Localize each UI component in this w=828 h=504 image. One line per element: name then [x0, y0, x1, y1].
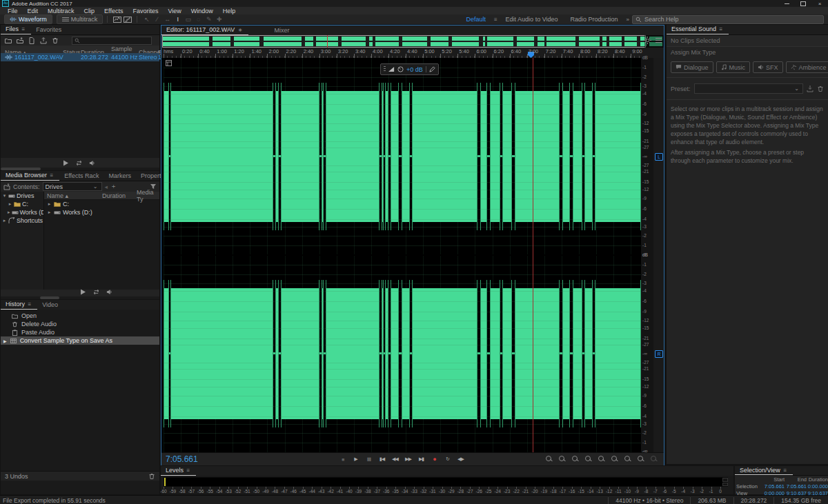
timeline-ruler[interactable]: hms 0:200:401:001:201:402:002:202:403:00…: [161, 48, 664, 59]
tab-selection-view[interactable]: Selection/View ≡: [735, 466, 793, 475]
tab-history[interactable]: History ≡: [1, 300, 37, 310]
auto-play-button[interactable]: [106, 289, 112, 295]
history-item[interactable]: Open: [1, 312, 159, 320]
tab-media-browser[interactable]: Media Browser ≡: [1, 171, 59, 181]
play-button[interactable]: ▶: [351, 455, 360, 463]
rewind-button[interactable]: ◀◀: [391, 455, 400, 463]
media-hscrollbar[interactable]: [1, 296, 159, 299]
waveform-view-button[interactable]: Waveform: [4, 14, 52, 24]
tab-essential-sound[interactable]: Essential Sound ≡: [667, 25, 729, 34]
zoom-in-point-button[interactable]: [623, 455, 632, 463]
import-into-project-icon[interactable]: [3, 183, 10, 190]
export-icon[interactable]: [40, 37, 47, 44]
editor-options-icon[interactable]: [166, 60, 172, 66]
tree-item-shortcuts[interactable]: ▸Shortcuts: [1, 216, 43, 225]
sfx-button[interactable]: SFX: [753, 61, 783, 73]
tab-markers[interactable]: Markers: [104, 172, 137, 181]
panel-menu-icon[interactable]: ≡: [186, 467, 192, 474]
tab-mixer[interactable]: Mixer: [269, 26, 294, 35]
maximize-button[interactable]: [795, 0, 811, 7]
tree-item-worksd[interactable]: ▸Works (D:): [1, 208, 43, 216]
menu-file[interactable]: File: [3, 8, 23, 14]
knob-icon[interactable]: [397, 66, 404, 72]
twist-icon[interactable]: ▾: [2, 193, 7, 199]
sv-end[interactable]: 7:05.661: [785, 483, 807, 490]
channel-r-badge[interactable]: R: [655, 350, 663, 358]
panel-menu-icon[interactable]: ≡: [21, 26, 27, 32]
pause-button[interactable]: ▮▮: [364, 455, 373, 463]
history-item[interactable]: Delete Audio: [1, 320, 159, 328]
tab-favorites[interactable]: Favorites: [31, 26, 66, 34]
hud-grip[interactable]: [384, 66, 386, 72]
skip-to-end-button[interactable]: ▶▮: [417, 455, 426, 463]
panel-menu-icon[interactable]: [655, 37, 662, 44]
twist-icon[interactable]: ▸: [47, 210, 52, 215]
file-row[interactable]: 161117_002.WAV20:28.27244100 HzStereo1: [1, 53, 159, 61]
move-tool[interactable]: ↖: [141, 15, 152, 23]
menu-edit[interactable]: Edit: [23, 8, 43, 14]
lasso-selection-tool[interactable]: ◌: [193, 15, 204, 23]
tab-editor[interactable]: Editor: 161117_002.WAV ∗: [161, 26, 248, 35]
loop-playback-button[interactable]: ↻: [443, 455, 452, 463]
time-display[interactable]: 7:05.661: [161, 454, 317, 464]
tab-files[interactable]: Files ≡: [1, 25, 31, 34]
sv-duration[interactable]: 0:00.000: [807, 483, 828, 490]
tree-item-c[interactable]: ▸C:: [1, 200, 43, 208]
waveform-left-channel[interactable]: [164, 58, 641, 255]
dialogue-button[interactable]: Dialogue: [671, 61, 713, 73]
workspace-overflow-icon[interactable]: »: [625, 17, 631, 23]
hud-gain-value[interactable]: +0 dB: [406, 66, 423, 73]
music-button[interactable]: Music: [716, 61, 751, 73]
tree-item-drives[interactable]: ▾Drives: [1, 192, 43, 200]
clip-indicators[interactable]: [722, 478, 728, 486]
twist-icon[interactable]: ▸: [8, 210, 10, 215]
menu-view[interactable]: View: [163, 8, 186, 14]
spectral-pitch-display-button[interactable]: [122, 15, 132, 23]
zoom-reset-button[interactable]: [597, 455, 606, 463]
stop-button[interactable]: ■: [338, 455, 347, 463]
media-row[interactable]: ▸Works (D:): [44, 208, 159, 216]
loop-button[interactable]: [93, 289, 99, 295]
workspace-default[interactable]: Default: [460, 16, 491, 23]
zoom-out-point-button[interactable]: [610, 455, 619, 463]
channel-l-badge[interactable]: L: [655, 153, 663, 161]
open-file-icon[interactable]: [5, 37, 12, 44]
close-button[interactable]: ×: [811, 0, 828, 7]
minimize-button[interactable]: [778, 0, 795, 7]
twist-icon[interactable]: ▸: [2, 218, 7, 223]
zoom-selection-button[interactable]: [636, 455, 645, 463]
menu-help[interactable]: Help: [218, 8, 241, 14]
zoom-out-time-button[interactable]: [558, 455, 566, 463]
menu-favorites[interactable]: Favorites: [128, 8, 163, 14]
files-search-input[interactable]: [72, 37, 152, 45]
workspace-menu-icon[interactable]: ≡: [493, 17, 499, 23]
slip-tool[interactable]: ↔: [162, 15, 172, 23]
menu-window[interactable]: Window: [186, 8, 218, 14]
sv-start[interactable]: 7:05.661: [761, 483, 785, 490]
import-files-icon[interactable]: [17, 37, 23, 44]
close-file-icon[interactable]: [52, 37, 59, 44]
multitrack-view-button[interactable]: Multitrack: [57, 14, 103, 24]
twist-icon[interactable]: ▸: [8, 201, 12, 207]
zoom-full-button[interactable]: [649, 455, 658, 463]
razor-tool[interactable]: ∕: [152, 15, 162, 23]
files-hscrollbar[interactable]: [1, 168, 159, 170]
play-preview-button[interactable]: [80, 289, 86, 295]
search-help-input[interactable]: Search Help: [632, 15, 824, 24]
menu-effects[interactable]: Effects: [99, 8, 128, 14]
skip-to-start-button[interactable]: ▮◀: [377, 455, 386, 463]
panel-menu-icon[interactable]: ≡: [782, 467, 788, 474]
fast-forward-button[interactable]: ▶▶: [404, 455, 413, 463]
history-item[interactable]: Paste Audio: [1, 328, 159, 336]
pencil-icon[interactable]: [429, 66, 435, 72]
zoom-in-amplitude-button[interactable]: [571, 455, 580, 463]
tab-levels[interactable]: Levels ≡: [161, 466, 196, 476]
tab-effects-rack[interactable]: Effects Rack: [59, 172, 103, 181]
contents-dropdown[interactable]: Drives⌄: [43, 182, 102, 191]
zoom-out-amplitude-button[interactable]: [584, 455, 593, 463]
history-item[interactable]: ▶Convert Sample Type on Save As: [1, 336, 159, 345]
navigator-settings-icon[interactable]: [644, 37, 651, 44]
media-column-1[interactable]: Duration: [102, 192, 137, 199]
media-column-2[interactable]: Media Ty: [137, 189, 159, 203]
playhead-line[interactable]: [533, 58, 533, 452]
